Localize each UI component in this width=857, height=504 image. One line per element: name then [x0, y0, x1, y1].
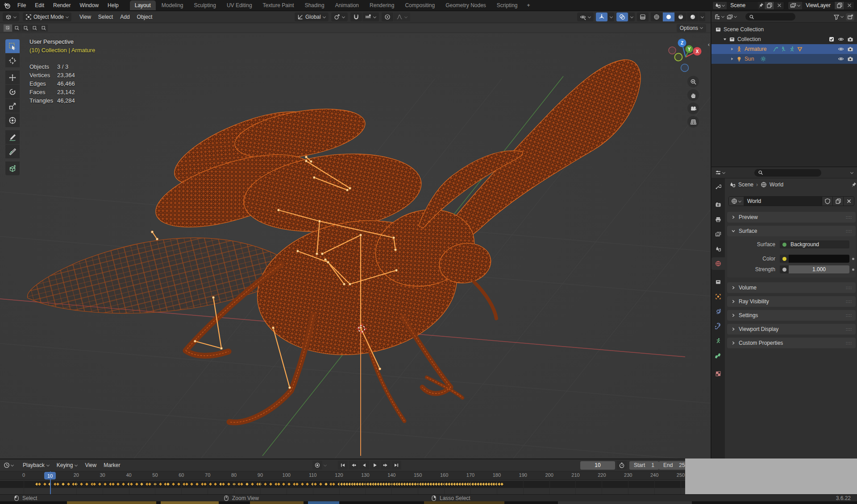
outliner-item-name[interactable]: Collection: [737, 36, 761, 42]
object-visibility-selector[interactable]: [577, 12, 594, 21]
select-mode-button-0[interactable]: [4, 25, 12, 32]
workspace-tab-sculpting[interactable]: Sculpting: [189, 0, 221, 10]
viewlayer-selector[interactable]: ViewLayer: [788, 1, 854, 10]
panel-ray-visibility[interactable]: Ray Visibility::::: [727, 296, 856, 307]
menu-help[interactable]: Help: [104, 1, 123, 10]
outliner-search-input[interactable]: [745, 13, 795, 21]
tool-scale[interactable]: [5, 99, 20, 113]
panel-drag-grip[interactable]: ::::: [846, 299, 852, 304]
world-name-field[interactable]: World: [744, 197, 822, 206]
camera-icon[interactable]: [847, 56, 853, 62]
timeline-ruler[interactable]: 0102030405060708090100110120130140150160…: [0, 471, 685, 480]
new-scene-button[interactable]: [764, 2, 774, 9]
panel-volume[interactable]: Volume::::: [727, 282, 856, 293]
delete-viewlayer-button[interactable]: [844, 2, 854, 9]
timeline-keyframe-area[interactable]: [0, 480, 685, 495]
properties-options-chevron[interactable]: [850, 171, 853, 174]
workspace-tab-geometry-nodes[interactable]: Geometry Nodes: [441, 0, 491, 10]
current-frame-badge[interactable]: 10: [44, 472, 56, 479]
falloff-selector[interactable]: [394, 12, 410, 21]
pivot-point-selector[interactable]: [331, 12, 348, 21]
properties-editor-selector[interactable]: [715, 169, 725, 176]
tool-cursor[interactable]: [5, 54, 20, 67]
properties-tab-object[interactable]: [711, 290, 725, 303]
timeline-menu-keying[interactable]: Keying: [53, 462, 82, 468]
xray-toggle[interactable]: [637, 12, 649, 21]
new-viewlayer-button[interactable]: [834, 2, 844, 9]
workspace-tab-uv-editing[interactable]: UV Editing: [222, 0, 257, 10]
auto-key-button[interactable]: [312, 461, 322, 470]
workspace-tab-animation[interactable]: Animation: [330, 0, 364, 10]
viewport-3d[interactable]: User Perspective (10) Collection | Armat…: [0, 33, 711, 459]
animate-dot[interactable]: [852, 258, 854, 260]
snap-target-selector[interactable]: [362, 12, 379, 21]
checkbox-icon[interactable]: [828, 36, 835, 42]
disclosure-closed-icon[interactable]: [729, 56, 735, 62]
fake-user-button[interactable]: [822, 197, 832, 206]
snap-toggle[interactable]: [350, 12, 362, 21]
outliner-row-sun[interactable]: Sun: [711, 54, 857, 64]
shading-rendered-button[interactable]: [687, 12, 699, 21]
panel-drag-grip[interactable]: ::::: [846, 285, 852, 290]
panel-drag-grip[interactable]: ::::: [846, 229, 852, 233]
viewport-menu-add[interactable]: Add: [116, 14, 133, 20]
sidebar-collapse-arrow[interactable]: ‹: [708, 41, 710, 48]
pin-icon[interactable]: [758, 2, 764, 8]
workspace-tab-compositing[interactable]: Compositing: [400, 0, 440, 10]
disclosure-closed-icon[interactable]: [729, 46, 735, 52]
outliner-row-armature[interactable]: Armature: [711, 44, 857, 54]
transform-orientation-selector[interactable]: Global: [295, 12, 329, 21]
viewlayer-name[interactable]: ViewLayer: [802, 2, 834, 9]
menu-file[interactable]: File: [13, 1, 30, 10]
disclosure-open-icon[interactable]: [722, 37, 728, 42]
tool-transform[interactable]: [5, 113, 20, 127]
properties-tab-world[interactable]: [711, 257, 725, 270]
proportional-edit-toggle[interactable]: [382, 12, 393, 21]
properties-tab-output[interactable]: [711, 213, 725, 226]
properties-tab-tool[interactable]: [711, 180, 725, 193]
gizmos-dropdown[interactable]: [608, 12, 614, 21]
pan-button[interactable]: [687, 89, 699, 101]
workspace-tab-modeling[interactable]: Modeling: [157, 0, 188, 10]
color-swatch[interactable]: [789, 255, 849, 263]
timeline-menu-marker[interactable]: Marker: [100, 462, 124, 468]
next-keyframe-button[interactable]: [381, 461, 391, 470]
shading-wireframe-button[interactable]: [651, 12, 662, 21]
scene-selector[interactable]: Scene: [712, 1, 784, 10]
properties-tab-constraints[interactable]: [711, 320, 725, 332]
camera-view-button[interactable]: [687, 103, 699, 114]
shading-material-button[interactable]: [675, 12, 686, 21]
tool-rotate[interactable]: [5, 85, 20, 99]
surface-value-button[interactable]: Background: [780, 240, 849, 248]
timeline-menu-playback[interactable]: Playback: [19, 462, 53, 468]
editor-type-selector[interactable]: [3, 12, 19, 21]
play-button[interactable]: [370, 461, 380, 470]
properties-tab-data[interactable]: [711, 335, 725, 347]
axis-y-neg-ball[interactable]: [675, 54, 682, 61]
properties-tab-bone[interactable]: [711, 349, 725, 362]
play-reverse-button[interactable]: [359, 461, 369, 470]
overlays-dropdown[interactable]: [628, 12, 635, 21]
select-mode-button-1[interactable]: [12, 25, 21, 32]
use-preview-range-button[interactable]: [617, 461, 627, 470]
menu-render[interactable]: Render: [49, 1, 75, 10]
frame-start-field[interactable]: Start 1: [629, 461, 659, 470]
workspace-tab-scripting[interactable]: Scripting: [492, 0, 523, 10]
animate-dot[interactable]: [852, 269, 854, 271]
tool-move[interactable]: [5, 70, 20, 84]
jump-to-end-button[interactable]: [391, 461, 401, 470]
panel-preview[interactable]: Preview::::: [727, 212, 856, 223]
viewport-menu-object[interactable]: Object: [133, 14, 156, 20]
workspace-tab-layout[interactable]: Layout: [130, 0, 156, 10]
tool-add-cube[interactable]: [5, 161, 20, 175]
shading-dropdown[interactable]: [699, 12, 705, 21]
pin-icon[interactable]: [851, 182, 857, 188]
zoom-button[interactable]: [687, 76, 699, 87]
tool-measure[interactable]: [5, 145, 20, 158]
select-mode-button-3[interactable]: [30, 25, 39, 32]
outliner-item-name[interactable]: Armature: [745, 46, 766, 52]
camera-icon[interactable]: [847, 46, 853, 52]
copy-datablock-button[interactable]: [832, 197, 843, 206]
menu-edit[interactable]: Edit: [31, 1, 48, 10]
workspace-tab-shading[interactable]: Shading: [300, 0, 329, 10]
